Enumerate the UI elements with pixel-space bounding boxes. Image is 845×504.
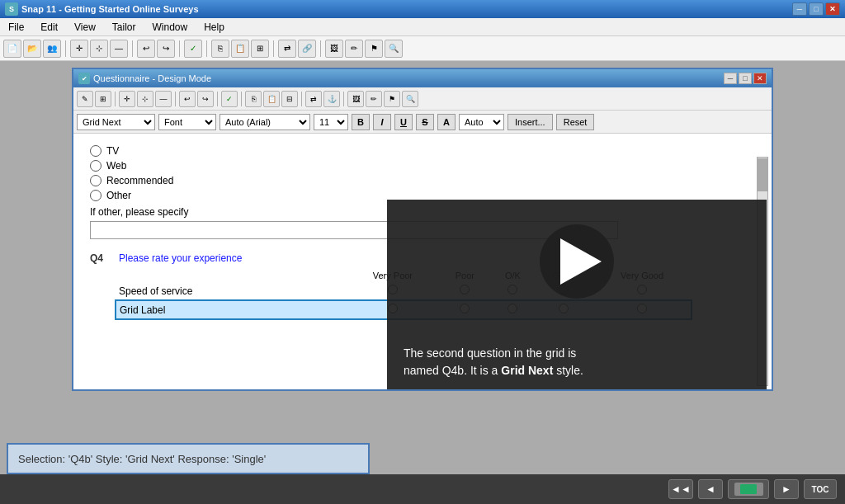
toolbar-undo[interactable]: ↩ xyxy=(137,40,155,58)
q-tb-copy[interactable]: ⎘ xyxy=(245,91,262,107)
q-tb-img[interactable]: 🖼 xyxy=(347,91,364,107)
toolbar-new[interactable]: 📄 xyxy=(3,40,21,58)
app-title-bar: S Snap 11 - Getting Started Online Surve… xyxy=(0,0,845,18)
nav-first-button[interactable]: ◄◄ xyxy=(668,479,693,499)
q-toolbar: ✎ ⊞ ✛ ⊹ — ↩ ↪ ✓ ⎘ 📋 ⊟ ⇄ ⚓ 🖼 ✏ ⚑ 🔍 xyxy=(73,87,772,111)
q-tb-undo[interactable]: ↩ xyxy=(179,91,196,107)
q-tb-paste[interactable]: 📋 xyxy=(263,91,280,107)
toolbar-link[interactable]: 🔗 xyxy=(298,40,316,58)
format-toolbar: Grid Next Font Auto (Arial) 11 B I U S A… xyxy=(73,111,772,134)
toolbar-move2[interactable]: ⊹ xyxy=(90,40,108,58)
q-title-bar: ✔ Questionnaire - Design Mode ─ □ ✕ xyxy=(73,69,772,87)
video-caption: The second question in the grid is named… xyxy=(387,332,600,389)
toolbar-sep4 xyxy=(206,40,207,57)
nav-toc-button[interactable]: TOC xyxy=(804,479,837,499)
minimize-button[interactable]: ─ xyxy=(792,2,807,16)
q-maximize-btn[interactable]: □ xyxy=(739,73,752,84)
bottom-nav: ◄◄ ◄ ► TOC xyxy=(0,474,845,504)
menu-view[interactable]: View xyxy=(69,20,101,35)
radio-other-label: Other xyxy=(106,190,131,201)
toolbar-copy[interactable]: ⎘ xyxy=(211,40,229,58)
play-button[interactable] xyxy=(540,224,614,299)
q-minimize-btn[interactable]: ─ xyxy=(724,73,737,84)
radio-web: Web xyxy=(90,160,755,172)
toolbar-sep6 xyxy=(320,40,321,57)
toolbar-move[interactable]: ✛ xyxy=(70,40,88,58)
strikethrough-button[interactable]: S xyxy=(416,114,434,130)
q-tb-redo[interactable]: ↪ xyxy=(197,91,214,107)
grid-speed-label: Speed of service xyxy=(116,282,347,300)
underline-button[interactable]: U xyxy=(394,114,413,130)
radio-recommended-circle[interactable] xyxy=(90,175,101,186)
q-tb-flag[interactable]: ⚑ xyxy=(384,91,400,107)
toolbar-line[interactable]: — xyxy=(110,40,128,58)
radio-web-circle[interactable] xyxy=(90,160,101,172)
q-tb-btn2[interactable]: ⊞ xyxy=(95,91,111,107)
menu-edit[interactable]: Edit xyxy=(35,20,63,35)
menu-file[interactable]: File xyxy=(3,20,29,35)
q4-text: Please rate your experience xyxy=(119,252,242,264)
nav-next-button[interactable]: ► xyxy=(774,479,799,499)
radio-tv: TV xyxy=(90,145,755,157)
q-close-btn[interactable]: ✕ xyxy=(753,73,767,84)
radio-recommended: Recommended xyxy=(90,175,755,186)
menu-window[interactable]: Window xyxy=(148,20,193,35)
q-tb-check[interactable]: ✓ xyxy=(221,91,238,107)
toolbar-arrows[interactable]: ⇄ xyxy=(278,40,296,58)
nav-prev-button[interactable]: ◄ xyxy=(698,479,723,499)
nav-progress-bar xyxy=(728,479,769,499)
close-button[interactable]: ✕ xyxy=(825,2,840,16)
q-tb-arrows[interactable]: ⇄ xyxy=(305,91,322,107)
q-tb-sep3 xyxy=(217,92,218,106)
radio-tv-circle[interactable] xyxy=(90,145,101,157)
q-tb-btn5[interactable]: — xyxy=(155,91,172,107)
radio-other-circle[interactable] xyxy=(90,190,101,201)
font-size-select[interactable]: Auto (Arial) xyxy=(220,114,310,130)
toolbar-people[interactable]: 👥 xyxy=(43,40,61,58)
status-text: Selection: 'Q4b' Style: 'Grid Next' Resp… xyxy=(18,453,266,465)
color-button[interactable]: A xyxy=(437,114,456,130)
title-bar-controls: ─ □ ✕ xyxy=(792,2,840,16)
reset-button[interactable]: Reset xyxy=(556,114,595,130)
maximize-button[interactable]: □ xyxy=(809,2,824,16)
toolbar-sep5 xyxy=(273,40,274,57)
q-tb-btn3[interactable]: ✛ xyxy=(119,91,135,107)
toolbar-sep1 xyxy=(65,40,66,57)
toolbar-search[interactable]: 🔍 xyxy=(385,40,403,58)
q-tb-search[interactable]: 🔍 xyxy=(402,91,418,107)
grid-label-cell: Grid Label xyxy=(116,300,347,319)
toolbar-paste[interactable]: 📋 xyxy=(231,40,249,58)
toolbar-sep3 xyxy=(179,40,180,57)
toolbar-sep2 xyxy=(132,40,133,57)
toolbar-check[interactable]: ✓ xyxy=(184,40,202,58)
toolbar-open[interactable]: 📂 xyxy=(23,40,41,58)
video-overlay[interactable]: The second question in the grid is named… xyxy=(387,200,767,389)
style-select[interactable]: Grid Next xyxy=(77,114,155,130)
status-bar-container: Selection: 'Q4b' Style: 'Grid Next' Resp… xyxy=(7,443,370,474)
bold-button[interactable]: B xyxy=(352,114,370,130)
auto-select[interactable]: Auto xyxy=(459,114,504,130)
q-window-icon: ✔ xyxy=(78,73,90,84)
toolbar-flag[interactable]: ⚑ xyxy=(365,40,383,58)
q-tb-btn1[interactable]: ✎ xyxy=(77,91,93,107)
toolbar-pencil[interactable]: ✏ xyxy=(345,40,363,58)
q-tb-sep5 xyxy=(301,92,302,106)
radio-recommended-label: Recommended xyxy=(106,175,173,186)
questionnaire-window: ✔ Questionnaire - Design Mode ─ □ ✕ ✎ ⊞ … xyxy=(72,68,773,391)
toolbar-img[interactable]: 🖼 xyxy=(325,40,343,58)
font-select[interactable]: Font xyxy=(158,114,216,130)
q-tb-grid[interactable]: ⊟ xyxy=(281,91,298,107)
toolbar-b1[interactable]: ⊞ xyxy=(251,40,269,58)
size-value-select[interactable]: 11 xyxy=(314,114,348,130)
toolbar-redo[interactable]: ↪ xyxy=(157,40,175,58)
q-tb-btn4[interactable]: ⊹ xyxy=(137,91,153,107)
menu-help[interactable]: Help xyxy=(199,20,229,35)
q-tb-link[interactable]: ⚓ xyxy=(323,91,340,107)
q4-number: Q4 xyxy=(90,252,111,264)
survey-content: TV Web Recommended Other If other, pleas… xyxy=(73,134,772,389)
q-tb-paint[interactable]: ✏ xyxy=(366,91,382,107)
italic-button[interactable]: I xyxy=(373,114,391,130)
insert-button[interactable]: Insert... xyxy=(507,114,553,130)
app-title: Snap 11 - Getting Started Online Surveys xyxy=(21,4,199,14)
menu-tailor[interactable]: Tailor xyxy=(107,20,141,35)
